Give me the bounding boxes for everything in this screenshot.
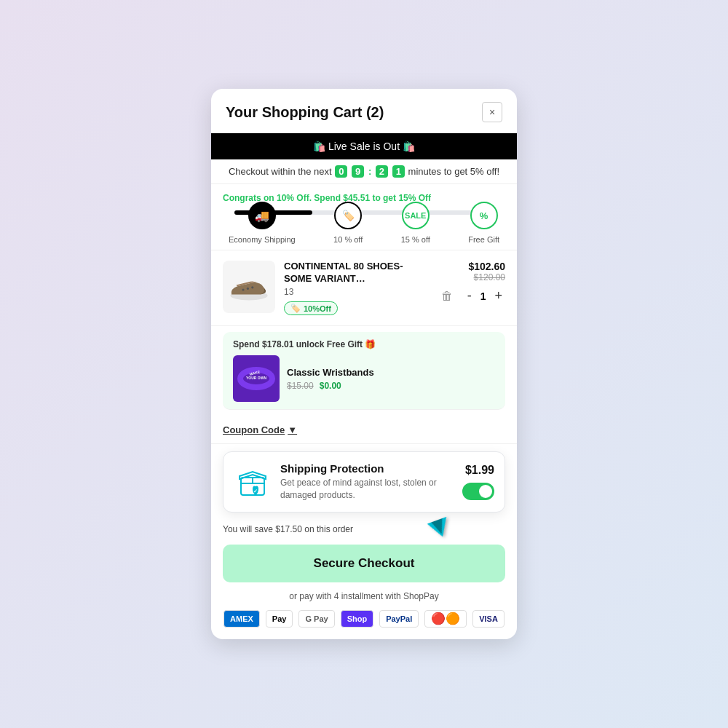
google-pay-badge: G Pay <box>298 610 334 628</box>
protection-info: Shipping Protection Get peace of mind ag… <box>280 462 454 502</box>
15off-step-icon: SALE <box>402 202 430 229</box>
coupon-toggle[interactable]: Coupon Code ▼ <box>223 424 297 435</box>
free-gift-section: Spend $178.01 unlock Free Gift 🎁 MAKE YO… <box>223 332 505 410</box>
amex-badge: AMEX <box>223 610 260 628</box>
product-row: CONTINENTAL 80 SHOES- SOME VARIANT… 13 🏷… <box>223 261 505 315</box>
savings-text: You will save $17.50 on this order <box>223 524 353 534</box>
shipping-step-label: Economy Shipping <box>229 235 296 244</box>
free-gift-row: MAKE YOUR OWN Classic Wristbands $15.00 … <box>233 355 495 402</box>
countdown-d1: 0 <box>335 165 347 178</box>
visa-badge: VISA <box>472 610 505 628</box>
product-info: CONTINENTAL 80 SHOES- SOME VARIANT… 13 🏷… <box>284 261 432 315</box>
progress-step-shipping: 🚚 Economy Shipping <box>229 218 296 244</box>
protection-description: Get peace of mind against lost, stolen o… <box>280 477 454 502</box>
countdown-d2: 9 <box>352 165 364 178</box>
svg-text:YOUR OWN: YOUR OWN <box>246 376 266 380</box>
countdown-d3: 2 <box>376 165 388 178</box>
apple-pay-badge: Pay <box>266 610 293 628</box>
paypal-badge: PayPal <box>379 610 419 628</box>
svg-point-3 <box>251 287 253 289</box>
delete-button[interactable]: 🗑 <box>441 290 453 303</box>
progress-step-15off: SALE 15 % off <box>401 218 430 244</box>
price-current: $102.60 <box>441 261 505 272</box>
gift-original-price: $15.00 <box>287 381 314 391</box>
wristband-svg: MAKE YOUR OWN <box>236 358 277 399</box>
countdown-suffix: minutes to get 5% off! <box>408 166 500 177</box>
shipping-step-icon: 🚚 <box>248 202 276 229</box>
coupon-label-text: Coupon Code <box>223 424 285 435</box>
countdown-prefix: Checkout within the next <box>229 166 332 177</box>
svg-point-1 <box>242 289 244 291</box>
cart-header: Your Shopping Cart (2) × <box>211 89 517 133</box>
shop-pay-badge: Shop <box>341 610 374 628</box>
gift-info: Classic Wristbands $15.00 $0.00 <box>287 367 495 391</box>
10off-step-icon: 🏷️ <box>334 202 362 229</box>
product-section: CONTINENTAL 80 SHOES- SOME VARIANT… 13 🏷… <box>211 250 517 326</box>
coupon-section[interactable]: Coupon Code ▼ <box>211 416 517 444</box>
protection-toggle[interactable] <box>462 483 494 500</box>
countdown-bar: Checkout within the next 0 9 : 2 1 minut… <box>211 159 517 184</box>
free-gift-title: Spend $178.01 unlock Free Gift 🎁 <box>233 339 495 349</box>
progress-step-10off: 🏷️ 10 % off <box>333 218 363 244</box>
gift-name: Classic Wristbands <box>287 367 495 378</box>
product-variant: 13 <box>284 287 432 297</box>
progress-steps: 🚚 Economy Shipping 🏷️ 10 % off SALE 15 %… <box>229 218 499 244</box>
protection-icon: ✓ <box>234 463 272 501</box>
sale-banner: 🛍️ Live Sale is Out 🛍️ <box>211 133 517 159</box>
shipping-protection-card: ✓ Shipping Protection Get peace of mind … <box>223 451 505 513</box>
freegift-step-icon: % <box>470 202 498 229</box>
price-original: $120.00 <box>441 272 505 282</box>
countdown-d4: 1 <box>392 165 405 178</box>
quantity-increase-button[interactable]: + <box>491 288 505 304</box>
product-name: CONTINENTAL 80 SHOES- SOME VARIANT… <box>284 261 432 285</box>
protection-price: $1.99 <box>465 464 494 477</box>
progress-section: Congrats on 10% Off. Spend $45.51 to get… <box>211 184 517 250</box>
product-image <box>223 261 275 313</box>
installment-row: or pay with 4 installment with ShopPay <box>211 591 517 606</box>
svg-point-2 <box>247 288 249 290</box>
quantity-value: 1 <box>480 290 486 302</box>
payment-methods: AMEX Pay G Pay Shop PayPal 🔴🟠 VISA <box>211 606 517 639</box>
close-button[interactable]: × <box>482 102 502 122</box>
wristband-image: MAKE YOUR OWN <box>233 355 280 402</box>
cart-title: Your Shopping Cart (2) <box>226 104 384 121</box>
shopping-cart-panel: Your Shopping Cart (2) × 🛍️ Live Sale is… <box>211 89 517 638</box>
product-prices: $102.60 $120.00 🗑 - 1 + <box>441 261 505 304</box>
checkout-button[interactable]: Secure Checkout <box>223 545 505 582</box>
shoe-image-svg <box>226 271 272 303</box>
gift-prices: $15.00 $0.00 <box>287 381 495 391</box>
protection-icon-svg: ✓ <box>234 463 272 501</box>
svg-text:✓: ✓ <box>253 488 258 494</box>
installment-text: or pay with 4 installment with ShopPay <box>289 591 438 601</box>
protection-title: Shipping Protection <box>280 462 454 475</box>
freegift-step-label: Free Gift <box>468 235 499 244</box>
discount-badge: 🏷️ 10%Off <box>284 301 338 315</box>
15off-step-label: 15 % off <box>401 235 430 244</box>
gift-free-price: $0.00 <box>320 381 341 391</box>
discount-tag-icon: 🏷️ <box>290 304 301 313</box>
coupon-arrow-icon: ▼ <box>288 424 297 435</box>
mastercard-badge: 🔴🟠 <box>424 610 467 628</box>
progress-step-freegift: % Free Gift <box>468 218 499 244</box>
savings-row: You will save $17.50 on this order <box>211 520 517 542</box>
quantity-decrease-button[interactable]: - <box>464 288 475 304</box>
protection-right: $1.99 <box>462 464 494 500</box>
10off-step-label: 10 % off <box>333 235 363 244</box>
quantity-row: 🗑 - 1 + <box>441 288 505 304</box>
discount-label: 10%Off <box>304 304 331 313</box>
